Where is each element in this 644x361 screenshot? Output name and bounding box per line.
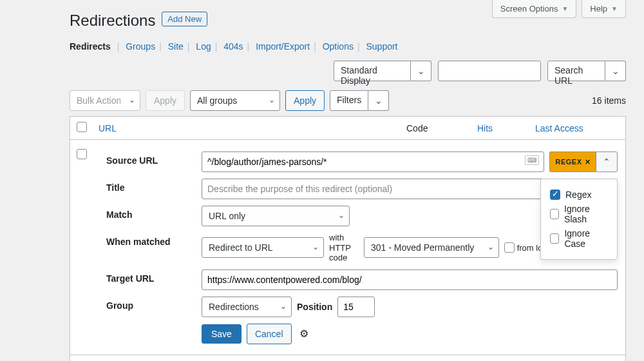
opt-ignore-slash-checkbox[interactable] <box>550 209 559 219</box>
caret-down-icon: ▼ <box>562 5 568 12</box>
position-input[interactable] <box>337 297 375 317</box>
display-mode-select[interactable]: Standard Display ⌄ <box>334 61 431 81</box>
when-matched-label: When matched <box>106 233 202 247</box>
bulk-apply-button[interactable]: Apply <box>146 90 185 111</box>
keyboard-icon: ⌨ <box>525 155 539 165</box>
flags-popover: Regex Ignore Slash Ignore Case <box>540 179 618 260</box>
nav-redirects[interactable]: Redirects <box>70 41 111 52</box>
col-last[interactable]: Last Access <box>535 123 583 133</box>
nav-site[interactable]: Site <box>168 41 184 52</box>
caret-down-icon: ▼ <box>611 5 618 12</box>
nav-log[interactable]: Log <box>196 41 211 52</box>
nav-tabs: Redirects | Groups| Site| Log| 404s| Imp… <box>70 41 626 52</box>
group-select[interactable]: Redirections ⌄ <box>202 297 292 317</box>
filters-button[interactable]: Filters ⌄ <box>330 90 389 111</box>
chevron-down-icon[interactable]: ⌄ <box>411 61 431 81</box>
chevron-down-icon[interactable]: ⌄ <box>368 90 389 111</box>
screen-options-label: Screen Options <box>500 4 558 14</box>
match-select[interactable]: URL only ⌄ <box>202 206 350 226</box>
select-all-checkbox[interactable] <box>77 122 87 132</box>
source-url-label: Source URL <box>106 151 202 166</box>
source-flags-dropdown[interactable]: ⌃ <box>596 151 618 172</box>
edit-row-checkbox[interactable] <box>77 149 87 159</box>
col-hits[interactable]: Hits <box>477 123 493 133</box>
match-label: Match <box>106 206 202 220</box>
add-new-button[interactable]: Add New <box>162 12 207 26</box>
position-label: Position <box>297 302 332 312</box>
search-input[interactable] <box>438 61 541 81</box>
group-label: Group <box>106 297 202 311</box>
title-label: Title <box>106 179 202 193</box>
target-url-label: Target URL <box>106 269 202 284</box>
target-url-input[interactable] <box>202 269 618 290</box>
item-count: 16 items <box>592 95 626 106</box>
regex-badge[interactable]: Regex✕ <box>549 151 596 172</box>
col-url[interactable]: URL <box>99 123 117 133</box>
filters-label: Filters <box>330 90 368 111</box>
search-url-label: Search URL <box>547 61 605 81</box>
table-row: /blog-management/ https://www.contentpow… <box>70 355 625 361</box>
screen-options-tab[interactable]: Screen Options ▼ <box>492 0 577 18</box>
nav-groups[interactable]: Groups <box>126 41 155 52</box>
opt-ignore-case-checkbox[interactable] <box>550 233 559 244</box>
nav-support[interactable]: Support <box>366 41 397 52</box>
help-label: Help <box>590 4 607 14</box>
redirects-table: URL Code Hits Last Access Source URL ⌨ R… <box>70 116 626 361</box>
http-code-select[interactable]: 301 - Moved Permanently ⌄ <box>364 237 499 258</box>
search-url-button[interactable]: Search URL ⌄ <box>547 61 626 81</box>
page-title: Redirections <box>70 0 155 30</box>
col-code: Code <box>406 123 428 133</box>
source-url-input[interactable] <box>202 151 544 172</box>
gear-icon[interactable]: ⚙ <box>299 327 308 340</box>
nav-import-export[interactable]: Import/Export <box>256 41 310 52</box>
edit-row: Source URL ⌨ Regex✕ ⌃ Regex Ignore Slash <box>70 140 625 355</box>
when-matched-select[interactable]: Redirect to URL ⌄ <box>202 237 324 258</box>
with-http-code-label: with HTTP code <box>329 233 359 263</box>
nav-options[interactable]: Options <box>323 41 354 52</box>
chevron-up-icon: ⌃ <box>603 157 611 167</box>
exclude-from-logs-checkbox[interactable] <box>504 242 515 253</box>
help-tab[interactable]: Help ▼ <box>582 0 626 18</box>
group-filter-select[interactable]: All groups ⌄ <box>190 90 280 111</box>
group-apply-button[interactable]: Apply <box>285 90 325 111</box>
nav-404s[interactable]: 404s <box>223 41 243 52</box>
display-mode-value: Standard Display <box>334 61 411 81</box>
chevron-down-icon[interactable]: ⌄ <box>605 61 626 81</box>
save-button[interactable]: Save <box>202 324 242 344</box>
bulk-actions-select[interactable]: Bulk Actions ⌄ <box>70 90 140 111</box>
opt-regex-checkbox[interactable] <box>550 190 560 200</box>
close-icon: ✕ <box>585 158 591 166</box>
cancel-button[interactable]: Cancel <box>247 324 292 344</box>
